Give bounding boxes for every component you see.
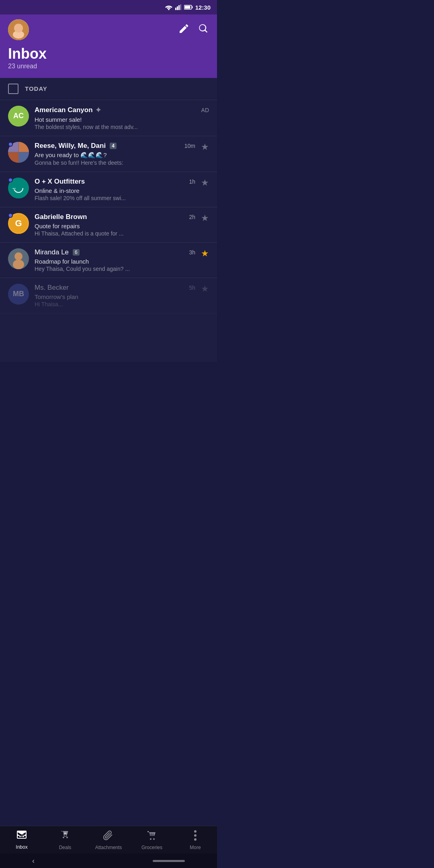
unread-count: 23 unread [8, 63, 209, 70]
star-msb[interactable]: ★ [201, 284, 209, 294]
unread-dot-ox [8, 178, 13, 182]
count-badge-group: 4 [110, 143, 117, 149]
sparkle-icon: ✦ [95, 106, 101, 115]
email-subject-ac: Hot summer sale! [35, 116, 209, 123]
compose-button[interactable] [178, 23, 190, 37]
email-time-msb: 5h [189, 285, 195, 291]
email-preview-ml: Hey Thaisa, Could you send again? ... [35, 266, 195, 272]
email-preview-ox: Flash sale! 20% off all summer swi... [35, 195, 195, 201]
star-ml[interactable]: ★ [201, 248, 209, 259]
sender-avatar-ml [8, 248, 29, 269]
svg-rect-0 [175, 8, 176, 10]
ad-badge: AD [201, 107, 209, 113]
unread-dot-gb [8, 213, 13, 218]
email-subject-ox: Online & in-store [35, 187, 195, 194]
page-title: Inbox [8, 46, 209, 62]
email-content-ac: American Canyon ✦ AD Hot summer sale! Th… [35, 106, 209, 130]
status-bar: 12:30 [0, 0, 217, 14]
sender-name-ml: Miranda Le 6 [35, 248, 80, 256]
avatar-initials: AC [13, 112, 24, 120]
count-badge-ml: 6 [73, 249, 80, 256]
email-content-gb: Gabrielle Brown 2h Quote for repairs Hi … [35, 213, 195, 237]
email-right-ox: ★ [201, 178, 209, 188]
date-label: TODAY [25, 85, 47, 92]
email-header-row: American Canyon ✦ AD [35, 106, 209, 115]
email-preview-ac: The boldest styles, now at the most adv.… [35, 124, 209, 130]
battery-icon [184, 5, 193, 10]
email-time-ml: 3h [189, 249, 195, 256]
sender-name-gb: Gabrielle Brown [35, 213, 87, 221]
email-content-ml: Miranda Le 6 3h Roadmap for launch Hey T… [35, 248, 195, 272]
date-header: TODAY [0, 78, 217, 100]
email-subject-gb: Quote for repairs [35, 223, 195, 229]
email-item-group[interactable]: Reese, Willy, Me, Dani 4 10m Are you rea… [0, 136, 217, 172]
status-time: 12:30 [195, 4, 211, 11]
email-right-group: ★ [201, 142, 209, 152]
email-right-gb: ★ [201, 213, 209, 223]
svg-rect-3 [180, 4, 181, 10]
sender-name-msb: Ms. Becker [35, 284, 69, 292]
svg-point-10 [14, 24, 23, 33]
email-preview-msb: Hi Thaisa... [35, 301, 195, 307]
sender-avatar-ac: AC [8, 106, 29, 127]
svg-point-12 [14, 252, 23, 260]
email-preview-gb: Hi Thaisa, Attached is a quote for ... [35, 230, 195, 237]
email-subject-group: Are you ready to 🌊🌊🌊? [35, 151, 195, 159]
sender-avatar-msb: MB [8, 284, 29, 305]
svg-rect-1 [177, 6, 178, 10]
signal-icon [175, 4, 182, 10]
star-ox[interactable]: ★ [201, 178, 209, 188]
email-item-gb[interactable]: G Gabrielle Brown 2h Quote for repairs H… [0, 207, 217, 243]
status-icons: 12:30 [165, 4, 211, 11]
email-time-group: 10m [184, 143, 195, 149]
email-time-ox: 1h [189, 178, 195, 185]
email-right-msb: ★ [201, 284, 209, 294]
email-item-ox[interactable]: O + X Outfitters 1h Online & in-store Fl… [0, 172, 217, 207]
sender-name-group: Reese, Willy, Me, Dani 4 [35, 142, 117, 150]
email-subject-msb: Tomorrow's plan [35, 293, 195, 300]
avatar[interactable] [8, 19, 29, 40]
unread-dot-group [8, 142, 13, 147]
star-group[interactable]: ★ [201, 142, 209, 152]
email-preview-group: Gonna be so fun!! Here's the deets: [35, 160, 195, 166]
svg-rect-2 [178, 5, 180, 10]
star-gb[interactable]: ★ [201, 213, 209, 223]
search-button[interactable] [198, 23, 209, 37]
email-content-group: Reese, Willy, Me, Dani 4 10m Are you rea… [35, 142, 195, 166]
svg-rect-6 [184, 6, 190, 9]
header-actions [178, 23, 209, 37]
email-item-ml[interactable]: Miranda Le 6 3h Roadmap for launch Hey T… [0, 243, 217, 278]
header: Inbox 23 unread [0, 14, 217, 78]
header-top [8, 19, 209, 40]
select-all-checkbox[interactable] [8, 84, 18, 94]
email-item-american-canyon[interactable]: AC American Canyon ✦ AD Hot summer sale!… [0, 100, 217, 136]
sender-name-ox: O + X Outfitters [35, 178, 85, 186]
svg-rect-5 [192, 6, 192, 8]
email-content-msb: Ms. Becker 5h Tomorrow's plan Hi Thaisa.… [35, 284, 195, 307]
email-subject-ml: Roadmap for launch [35, 258, 195, 265]
email-list: TODAY AC American Canyon ✦ AD Hot summer… [0, 78, 217, 362]
wifi-icon [165, 4, 173, 10]
svg-point-13 [13, 260, 24, 269]
email-content-ox: O + X Outfitters 1h Online & in-store Fl… [35, 178, 195, 201]
email-time-gb: 2h [189, 214, 195, 220]
email-right-ml: ★ [201, 248, 209, 259]
sender-name-ac: American Canyon ✦ [35, 106, 101, 115]
email-item-ms-becker[interactable]: MB Ms. Becker 5h Tomorrow's plan Hi Thai… [0, 278, 217, 313]
